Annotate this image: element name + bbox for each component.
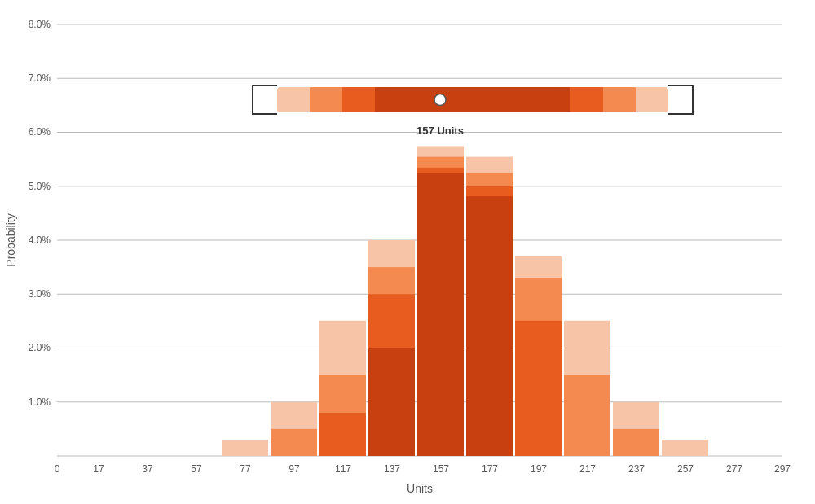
x-tick-77: 77 bbox=[240, 463, 251, 475]
y-tick-7: 7.0% bbox=[29, 72, 51, 84]
bar-dark-117 bbox=[319, 413, 366, 456]
boxplot-median-dot bbox=[434, 94, 446, 106]
x-tick-237: 237 bbox=[628, 463, 645, 475]
bar-darkest-137 bbox=[368, 348, 415, 457]
y-tick-6: 6.0% bbox=[29, 126, 51, 138]
x-tick-17: 17 bbox=[93, 463, 104, 475]
y-tick-3: 3.0% bbox=[29, 288, 51, 300]
units-label: 157 Units bbox=[416, 125, 464, 137]
bar-medium-97 bbox=[271, 429, 317, 456]
x-tick-97: 97 bbox=[289, 463, 300, 475]
bar-darkest-177 bbox=[466, 196, 513, 456]
x-tick-37: 37 bbox=[142, 463, 153, 475]
x-tick-217: 217 bbox=[579, 463, 596, 475]
x-tick-197: 197 bbox=[531, 463, 547, 475]
x-tick-137: 137 bbox=[384, 463, 400, 475]
y-tick-4: 4.0% bbox=[29, 234, 51, 246]
x-tick-177: 177 bbox=[482, 463, 498, 475]
x-axis-label: Units bbox=[407, 482, 433, 495]
x-tick-157: 157 bbox=[433, 463, 449, 475]
bar-light-257 bbox=[662, 440, 708, 456]
x-tick-0: 0 bbox=[55, 463, 60, 475]
y-axis-label: Probability bbox=[4, 213, 17, 266]
y-tick-2: 2.0% bbox=[29, 342, 51, 353]
bar-medium-217 bbox=[564, 375, 610, 456]
bar-darkest-157 bbox=[417, 173, 464, 457]
bar-dark-197 bbox=[515, 321, 562, 456]
x-tick-117: 117 bbox=[335, 463, 351, 475]
bar-medium-237 bbox=[613, 429, 659, 456]
chart-container: Probability 1.0% 2.0% 3.0% 4.0% 5.0% 6.0… bbox=[0, 0, 815, 504]
x-tick-297: 297 bbox=[774, 463, 791, 475]
y-tick-1: 1.0% bbox=[29, 397, 51, 408]
x-tick-277: 277 bbox=[726, 463, 742, 475]
x-tick-57: 57 bbox=[191, 463, 202, 475]
x-tick-257: 257 bbox=[677, 463, 694, 475]
y-tick-8: 8.0% bbox=[29, 19, 51, 30]
y-tick-5: 5.0% bbox=[29, 181, 51, 192]
bar-light-77 bbox=[222, 440, 268, 456]
